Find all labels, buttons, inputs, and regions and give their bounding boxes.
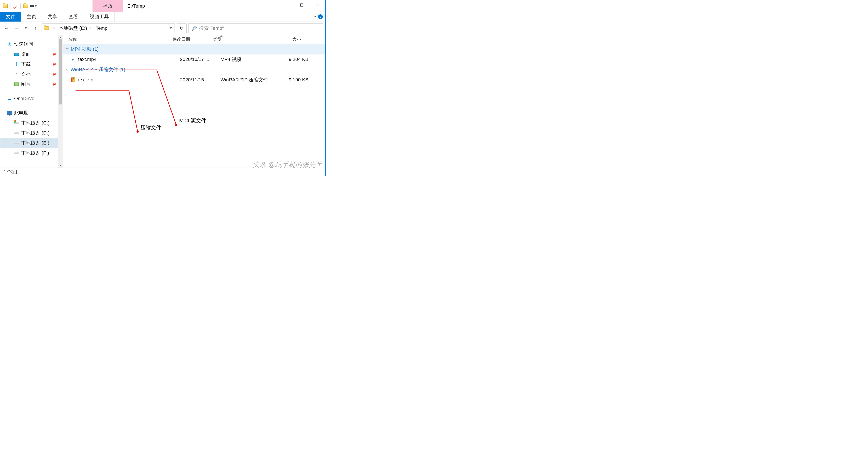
nav-drive-f[interactable]: 本地磁盘 (F:) <box>0 148 63 158</box>
nav-quick-access[interactable]: ★快速访问 <box>0 39 63 49</box>
column-size[interactable]: 大小 <box>271 36 306 42</box>
nav-this-pc[interactable]: 此电脑 <box>0 108 63 118</box>
app-folder-icon <box>2 2 9 10</box>
nav-onedrive[interactable]: ☁OneDrive <box>0 94 63 103</box>
file-row[interactable]: text.mp4 2020/10/17 ... MP4 视频 9,204 KB <box>63 54 326 64</box>
context-tab-header: 播放 <box>93 0 123 12</box>
up-button[interactable]: ↑ <box>31 24 40 33</box>
video-icon <box>71 57 75 62</box>
watermark-text: 头杀 @玩手机的张先生 <box>253 160 322 169</box>
forward-button[interactable]: → <box>12 24 21 33</box>
breadcrumb-separator-icon[interactable]: 〉 <box>109 26 115 30</box>
nav-label: OneDrive <box>14 96 34 101</box>
minimize-button[interactable] <box>278 0 294 10</box>
svg-rect-1 <box>301 4 303 6</box>
download-icon: ⬇ <box>14 62 19 67</box>
breadcrumb-separator-icon[interactable]: 〉 <box>89 26 94 30</box>
breadcrumb-drive[interactable]: 本地磁盘 (E:) <box>57 24 89 33</box>
tab-video-tools[interactable]: 视频工具 <box>84 12 115 22</box>
breadcrumb-prefix[interactable]: « <box>51 24 57 33</box>
separator <box>10 3 10 9</box>
nav-drive-c[interactable]: 本地磁盘 (C:) <box>0 118 63 128</box>
qat-customize-button[interactable] <box>30 2 37 10</box>
maximize-button[interactable] <box>294 0 310 10</box>
document-icon <box>14 72 19 76</box>
qat-new-folder-icon[interactable] <box>22 2 29 10</box>
drive-icon <box>14 140 19 145</box>
file-list: 名称 修改日期 类型 大小 ▽MP4 视频 (1) text.mp4 2020/… <box>63 35 326 167</box>
status-item-count: 2 个项目 <box>3 169 20 175</box>
annotation-mp4-label: Mp4 源文件 <box>179 117 206 124</box>
file-size: 9,204 KB <box>279 57 314 62</box>
svg-point-6 <box>175 124 177 126</box>
tab-home[interactable]: 主页 <box>21 12 42 22</box>
nav-pictures[interactable]: 图片📌 <box>0 79 63 89</box>
group-header-label: MP4 视频 (1) <box>71 46 99 53</box>
file-date: 2020/10/17 ... <box>180 57 220 62</box>
scroll-up-icon[interactable]: ▲ <box>58 35 63 39</box>
refresh-button[interactable]: ↻ <box>177 24 187 33</box>
nav-label: 本地磁盘 (F:) <box>21 150 49 156</box>
help-icon[interactable]: ? <box>318 14 323 19</box>
nav-desktop[interactable]: 桌面📌 <box>0 49 63 59</box>
nav-documents[interactable]: 文档📌 <box>0 69 63 79</box>
nav-downloads[interactable]: ⬇下载📌 <box>0 59 63 69</box>
chevron-down-icon: ▽ <box>66 48 68 51</box>
nav-drive-e[interactable]: 本地磁盘 (E:) <box>0 138 63 148</box>
tab-file[interactable]: 文件 <box>0 12 21 22</box>
file-row[interactable]: text.zip 2020/11/15 ... WinRAR ZIP 压缩文件 … <box>63 75 326 85</box>
monitor-icon <box>7 111 12 115</box>
column-headers: 名称 修改日期 类型 大小 <box>63 35 326 44</box>
tab-view[interactable]: 查看 <box>63 12 84 22</box>
nav-label: 本地磁盘 (E:) <box>21 140 50 146</box>
pin-icon: 📌 <box>50 61 57 67</box>
address-dropdown-button[interactable] <box>167 24 175 33</box>
column-type[interactable]: 类型 <box>213 36 271 42</box>
nav-label: 本地磁盘 (D:) <box>21 130 50 136</box>
file-name: text.zip <box>78 77 180 83</box>
file-type: MP4 视频 <box>220 56 279 63</box>
pin-icon: 📌 <box>50 81 57 88</box>
zip-icon <box>71 77 75 82</box>
scroll-down-icon[interactable]: ▼ <box>58 163 63 167</box>
desktop-icon <box>14 52 19 57</box>
nav-bar: ← → ↑ « 本地磁盘 (E:) 〉 Temp 〉 ↻ 🔍 搜索"Temp" <box>0 22 326 35</box>
close-button[interactable] <box>310 0 326 10</box>
nav-label: 桌面 <box>21 51 31 58</box>
window-title: E:\Temp <box>123 0 278 12</box>
svg-point-7 <box>136 131 138 133</box>
nav-label: 文档 <box>21 71 31 77</box>
nav-label: 下载 <box>21 61 31 67</box>
qat-properties-icon[interactable] <box>12 2 19 10</box>
pictures-icon <box>14 82 19 87</box>
back-button[interactable]: ← <box>2 24 11 33</box>
column-date[interactable]: 修改日期 <box>173 36 213 42</box>
nav-label: 图片 <box>21 81 31 88</box>
ribbon-collapse-icon[interactable] <box>314 16 317 18</box>
address-folder-icon <box>44 26 49 30</box>
group-header-mp4[interactable]: ▽MP4 视频 (1) <box>63 44 326 54</box>
drive-icon <box>14 131 19 135</box>
chevron-down-icon: ▽ <box>66 68 68 71</box>
pin-icon: 📌 <box>50 51 57 58</box>
sort-ascending-icon <box>220 35 223 37</box>
tab-share[interactable]: 共享 <box>42 12 63 22</box>
quick-access-toolbar <box>0 0 38 12</box>
title-bar: 播放 E:\Temp <box>0 0 326 12</box>
navpane-scrollbar[interactable]: ▲ ▼ <box>58 35 63 167</box>
annotation-zip-label: 压缩文件 <box>141 124 161 131</box>
group-header-label: WinRAR ZIP 压缩文件 (1) <box>70 66 125 73</box>
explorer-window: 播放 E:\Temp 文件 主页 共享 查看 视频工具 ? ← → ↑ « <box>0 0 326 176</box>
nav-drive-d[interactable]: 本地磁盘 (D:) <box>0 128 63 138</box>
recent-locations-button[interactable] <box>22 24 30 33</box>
search-placeholder: 搜索"Temp" <box>199 25 224 32</box>
search-input[interactable]: 🔍 搜索"Temp" <box>188 24 323 33</box>
cloud-icon: ☁ <box>7 96 12 101</box>
body: ▲ ▼ ★快速访问 桌面📌 ⬇下载📌 文档📌 图片📌 ☁OneDrive 此电脑… <box>0 35 326 167</box>
column-name[interactable]: 名称 <box>68 36 173 42</box>
file-name: text.mp4 <box>78 57 180 62</box>
breadcrumb-folder[interactable]: Temp <box>94 24 109 33</box>
address-bar[interactable]: « 本地磁盘 (E:) 〉 Temp 〉 <box>41 24 175 33</box>
group-header-zip[interactable]: ▽WinRAR ZIP 压缩文件 (1) <box>63 64 326 75</box>
scroll-thumb[interactable] <box>59 39 62 104</box>
